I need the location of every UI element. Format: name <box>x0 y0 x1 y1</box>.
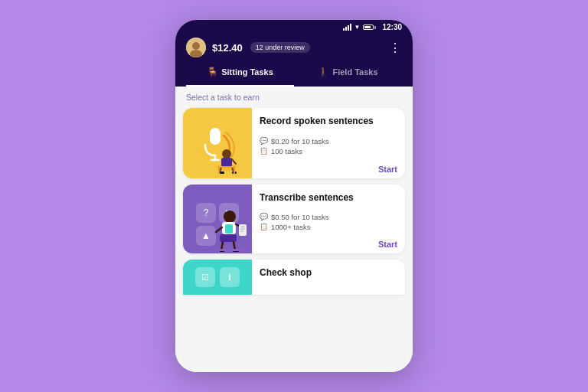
svg-point-5 <box>222 149 231 158</box>
wifi-icon: ▼ <box>354 24 361 31</box>
svg-rect-24 <box>220 234 237 242</box>
card-action-transcribe: Start <box>260 240 397 249</box>
signal-icon <box>343 24 351 31</box>
svg-rect-3 <box>210 128 220 145</box>
card-meta-row-tasks: 📋 100 tasks <box>260 147 397 155</box>
tab-sitting-tasks[interactable]: 🪑 Sitting Tasks <box>186 64 294 80</box>
svg-rect-17 <box>225 224 233 234</box>
svg-rect-10 <box>220 172 224 174</box>
status-bar: ▼ 12:30 <box>175 20 413 33</box>
svg-rect-12 <box>217 166 236 168</box>
field-icon: 🚶 <box>318 67 329 77</box>
svg-rect-20 <box>240 226 245 227</box>
svg-point-1 <box>192 42 200 50</box>
app-bar: $12.40 12 under review ⋮ <box>175 33 413 64</box>
status-time: 12:30 <box>382 23 402 31</box>
tasks-icon2: 📋 <box>260 223 268 230</box>
sitting-icon: 🪑 <box>207 67 218 77</box>
checklist-icon-box: ☑ <box>195 267 215 287</box>
svg-rect-21 <box>240 228 245 230</box>
card-meta-row-pay: 💬 $0.20 for 10 tasks <box>260 137 397 145</box>
card-illustration-transcribe: ? ▶ ▲ <box>183 185 252 253</box>
card-illustration-record <box>183 108 252 178</box>
avatar <box>186 38 206 57</box>
balance-amount: $12.40 <box>212 42 243 54</box>
svg-rect-22 <box>240 230 243 232</box>
review-badge: 12 under review <box>250 42 310 53</box>
section-label: Select a task to earn <box>175 87 413 105</box>
card-title-record: Record spoken sentences <box>260 116 397 128</box>
svg-rect-29 <box>216 249 245 251</box>
card-meta-row-tasks2: 📋 1000+ tasks <box>260 223 397 231</box>
phone-container: ▼ 12:30 $12.40 12 under review ⋮ 🪑 Sitti… <box>175 20 413 372</box>
partial-info-check-shop: Check shop <box>252 260 405 295</box>
svg-rect-6 <box>221 158 232 167</box>
pay-icon2: 💬 <box>260 213 268 220</box>
card-action-record: Start <box>260 165 397 174</box>
content-area: Select a task to earn <box>175 87 413 372</box>
pay-icon: 💬 <box>260 137 268 145</box>
info-icon-box: ℹ <box>220 267 240 287</box>
start-button-transcribe[interactable]: Start <box>378 240 397 249</box>
card-meta-record: 💬 $0.20 for 10 tasks 📋 100 tasks <box>260 137 397 155</box>
start-button-record[interactable]: Start <box>378 165 397 174</box>
card-title-transcribe: Transcribe sentences <box>260 192 397 204</box>
task-card-transcribe: ? ▶ ▲ <box>183 185 405 253</box>
more-icon[interactable]: ⋮ <box>389 41 402 55</box>
svg-line-23 <box>216 227 222 232</box>
card-info-record: Record spoken sentences 💬 $0.20 for 10 t… <box>252 108 405 178</box>
partial-title-check-shop: Check shop <box>260 267 397 278</box>
card-meta-row-pay2: 💬 $0.50 for 10 tasks <box>260 213 397 221</box>
task-card-record: Record spoken sentences 💬 $0.20 for 10 t… <box>183 108 405 178</box>
person-transcribe <box>208 207 250 253</box>
task-card-check-shop: ☑ ℹ Check shop <box>183 260 405 295</box>
mic-illustration <box>194 114 240 175</box>
tab-bar: 🪑 Sitting Tasks 🚶 Field Tasks <box>175 64 413 87</box>
card-info-transcribe: Transcribe sentences 💬 $0.50 for 10 task… <box>252 185 405 253</box>
tab-field-tasks[interactable]: 🚶 Field Tasks <box>294 64 402 80</box>
svg-line-7 <box>232 159 236 164</box>
tasks-icon: 📋 <box>260 147 268 155</box>
partial-illustration-check-shop: ☑ ℹ <box>183 260 252 295</box>
card-meta-transcribe: 💬 $0.50 for 10 tasks 📋 1000+ tasks <box>260 213 397 231</box>
battery-icon <box>363 24 376 30</box>
svg-point-15 <box>224 211 236 223</box>
